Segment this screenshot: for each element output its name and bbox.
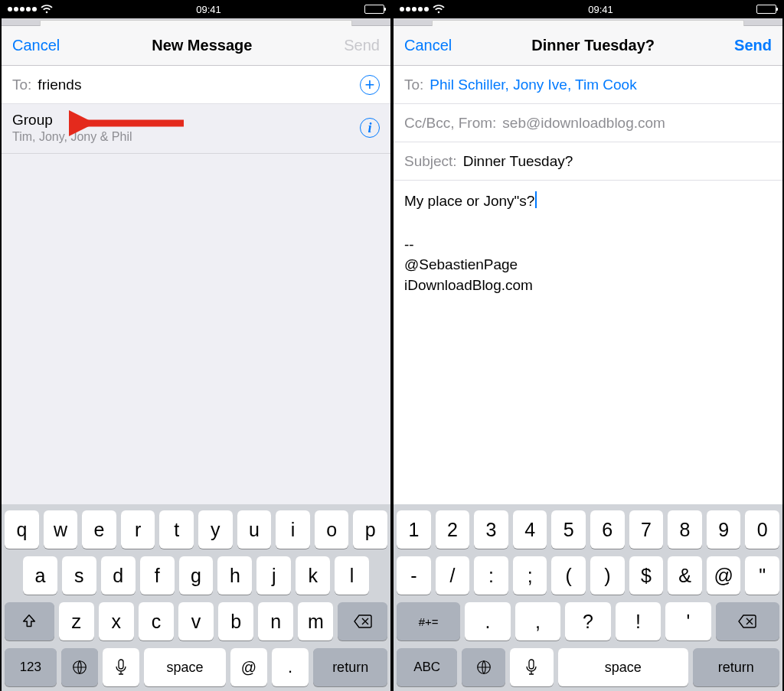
key-q[interactable]: q — [5, 510, 39, 549]
globe-key[interactable] — [462, 648, 505, 686]
key-a[interactable]: a — [23, 556, 57, 595]
globe-key[interactable] — [61, 648, 98, 686]
return-key[interactable]: return — [313, 648, 387, 686]
key-r[interactable]: r — [121, 510, 155, 549]
status-bar: 09:41 — [394, 0, 782, 18]
key-colon[interactable]: : — [474, 556, 508, 595]
info-button[interactable]: i — [360, 118, 380, 138]
phone-right: 09:41 Cancel Dinner Tuesday? Send To: Ph… — [392, 0, 784, 691]
key-question[interactable]: ? — [565, 602, 610, 640]
symbols-key[interactable]: #+= — [397, 602, 460, 640]
dictation-key[interactable] — [103, 648, 139, 686]
key-8[interactable]: 8 — [668, 510, 702, 549]
keyboard-row-4: ABC space return — [397, 648, 779, 686]
to-input[interactable]: friends — [38, 77, 360, 93]
key-g[interactable]: g — [179, 556, 214, 595]
key-lparen[interactable]: ( — [551, 556, 586, 595]
key-i[interactable]: i — [276, 510, 310, 549]
from-value[interactable]: seb@idownloadblog.com — [502, 115, 772, 132]
key-comma[interactable]: , — [515, 602, 560, 640]
key-w[interactable]: w — [44, 510, 78, 549]
key-4[interactable]: 4 — [513, 510, 547, 549]
key-dollar[interactable]: $ — [629, 556, 664, 595]
key-6[interactable]: 6 — [590, 510, 625, 549]
delete-key[interactable] — [716, 602, 779, 640]
globe-icon — [71, 659, 88, 676]
key-9[interactable]: 9 — [707, 510, 741, 549]
numbers-key[interactable]: 123 — [5, 648, 57, 686]
key-h[interactable]: h — [217, 556, 252, 595]
send-button[interactable]: Send — [734, 37, 772, 54]
globe-icon — [475, 659, 492, 676]
space-key[interactable]: space — [144, 648, 225, 686]
key-u[interactable]: u — [237, 510, 272, 549]
key-rparen[interactable]: ) — [590, 556, 625, 595]
key-c[interactable]: c — [139, 602, 174, 640]
key-j[interactable]: j — [256, 556, 291, 595]
keyboard-row-3: #+= . , ? ! ' — [397, 602, 779, 640]
subject-label: Subject: — [404, 153, 457, 170]
keyboard-row-2: - / : ; ( ) $ & @ " — [397, 556, 779, 595]
key-b[interactable]: b — [218, 602, 253, 640]
dictation-key[interactable] — [510, 648, 554, 686]
send-button: Send — [344, 37, 380, 54]
to-row[interactable]: To: friends + — [2, 66, 390, 104]
key-d[interactable]: d — [101, 556, 136, 595]
key-period[interactable]: . — [465, 602, 510, 640]
backspace-icon — [737, 614, 757, 629]
key-exclaim[interactable]: ! — [616, 602, 661, 640]
key-slash[interactable]: / — [436, 556, 470, 595]
key-y[interactable]: y — [198, 510, 233, 549]
subject-input[interactable]: Dinner Tuesday? — [463, 153, 772, 170]
cancel-button[interactable]: Cancel — [12, 37, 60, 54]
space-key[interactable]: space — [558, 648, 688, 686]
key-o[interactable]: o — [315, 510, 349, 549]
key-k[interactable]: k — [296, 556, 330, 595]
keyboard-row-1: q w e r t y u i o p — [5, 510, 387, 549]
key-v[interactable]: v — [178, 602, 214, 640]
key-z[interactable]: z — [59, 602, 94, 640]
add-contact-button[interactable]: + — [360, 75, 380, 95]
at-key[interactable]: @ — [230, 648, 267, 686]
compose-form: To: Phil Schiller, Jony Ive, Tim Cook Cc… — [394, 66, 782, 181]
key-quote[interactable]: " — [745, 556, 779, 595]
to-row[interactable]: To: Phil Schiller, Jony Ive, Tim Cook — [394, 66, 782, 104]
key-x[interactable]: x — [99, 602, 134, 640]
key-5[interactable]: 5 — [551, 510, 586, 549]
mic-icon — [115, 659, 127, 676]
abc-key[interactable]: ABC — [397, 648, 457, 686]
message-body[interactable]: My place or Jony"s? -- @SebastienPage iD… — [394, 181, 782, 504]
key-at[interactable]: @ — [707, 556, 741, 595]
shift-key[interactable] — [5, 602, 54, 640]
to-label: To: — [404, 77, 423, 93]
key-3[interactable]: 3 — [474, 510, 508, 549]
subject-row[interactable]: Subject: Dinner Tuesday? — [394, 142, 782, 181]
key-s[interactable]: s — [62, 556, 96, 595]
to-recipients[interactable]: Phil Schiller, Jony Ive, Tim Cook — [430, 77, 772, 93]
key-p[interactable]: p — [353, 510, 387, 549]
key-t[interactable]: t — [159, 510, 194, 549]
key-e[interactable]: e — [82, 510, 116, 549]
key-semicolon[interactable]: ; — [513, 556, 547, 595]
key-f[interactable]: f — [140, 556, 175, 595]
delete-key[interactable] — [338, 602, 387, 640]
dot-key[interactable]: . — [272, 648, 309, 686]
key-dash[interactable]: - — [397, 556, 431, 595]
key-7[interactable]: 7 — [629, 510, 664, 549]
keyboard-row-1: 1 2 3 4 5 6 7 8 9 0 — [397, 510, 779, 549]
key-l[interactable]: l — [335, 556, 369, 595]
cancel-button[interactable]: Cancel — [404, 37, 452, 54]
contact-suggestion[interactable]: Group Tim, Jony, Jony & Phil i — [2, 104, 390, 154]
key-apostrophe[interactable]: ' — [665, 602, 710, 640]
key-1[interactable]: 1 — [397, 510, 431, 549]
svg-rect-2 — [119, 660, 123, 669]
key-2[interactable]: 2 — [436, 510, 470, 549]
key-m[interactable]: m — [298, 602, 333, 640]
return-key[interactable]: return — [693, 648, 779, 686]
key-amp[interactable]: & — [668, 556, 702, 595]
key-n[interactable]: n — [258, 602, 293, 640]
keyboard: 1 2 3 4 5 6 7 8 9 0 - / : ; ( ) $ & @ " … — [394, 504, 782, 691]
key-0[interactable]: 0 — [745, 510, 779, 549]
suggestions-list: Group Tim, Jony, Jony & Phil i — [2, 104, 390, 504]
ccbcc-row[interactable]: Cc/Bcc, From: seb@idownloadblog.com — [394, 104, 782, 142]
